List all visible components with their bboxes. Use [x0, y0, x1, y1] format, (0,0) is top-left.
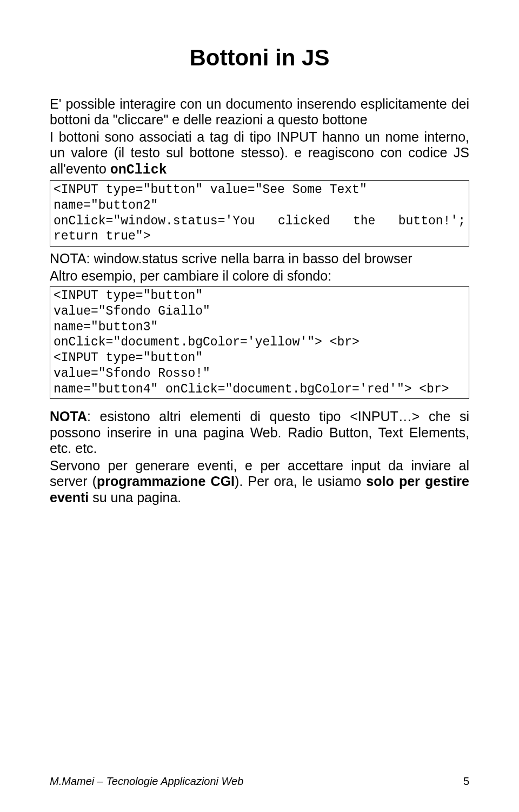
cgi-label: programmazione CGI	[97, 474, 235, 489]
code-block-2: <INPUT type="button" value="Sfondo Giall…	[50, 286, 469, 399]
code2-l4: onClick="document.bgColor='yellow'"> <br…	[54, 335, 465, 350]
code2-l7: name="button4" onClick="document.bgColor…	[54, 382, 465, 397]
footer-author: M.Mamei – Tecnologie Applicazioni Web	[50, 775, 243, 788]
para5-text: : esistono altri elementi di questo tipo…	[50, 409, 469, 456]
code1-l3a: onClick="window.status='You	[54, 214, 255, 229]
code1-l3b: clicked	[278, 214, 330, 229]
intro-paragraph-1: E' possible interagire con un documento …	[50, 96, 469, 128]
intro-paragraph-2: I bottoni sono associati a tag di tipo I…	[50, 129, 469, 178]
para6b: ). Per ora	[235, 474, 294, 489]
code2-l3: name="button3"	[54, 320, 465, 335]
code1-l1: <INPUT type="button" value="See Some Tex…	[54, 182, 465, 198]
code-block-1: <INPUT type="button" value="See Some Tex…	[50, 180, 469, 247]
code1-l3c: the	[353, 214, 375, 229]
code2-l1: <INPUT type="button"	[54, 288, 465, 304]
altro-esempio: Altro esempio, per cambiare il colore di…	[50, 268, 469, 284]
code1-l3: onClick="window.status='You clicked the …	[54, 214, 465, 229]
nota-window-status: NOTA: window.status scrive nella barra i…	[50, 251, 469, 267]
footer-page-number: 5	[463, 775, 469, 788]
code1-l2: name="button2"	[54, 198, 465, 214]
code2-l6: value="Sfondo Rosso!"	[54, 366, 465, 382]
page-title: Bottoni in JS	[50, 44, 469, 71]
end-text: su una pagina.	[89, 490, 181, 505]
closing-paragraph: Servono per generare eventi, e per accet…	[50, 458, 469, 506]
code2-l5: <INPUT type="button"	[54, 350, 465, 366]
onclick-keyword: onClick	[110, 162, 167, 178]
nota-input-paragraph: NOTA: esistono altri elementi di questo …	[50, 409, 469, 457]
code1-l4: return true">	[54, 229, 465, 244]
page-footer: M.Mamei – Tecnologie Applicazioni Web 5	[50, 775, 469, 788]
comma: , le usiamo	[294, 474, 367, 489]
nota-label: NOTA	[50, 409, 87, 424]
code2-l2: value="Sfondo Giallo"	[54, 304, 465, 320]
code1-l3d: button!';	[398, 214, 465, 229]
